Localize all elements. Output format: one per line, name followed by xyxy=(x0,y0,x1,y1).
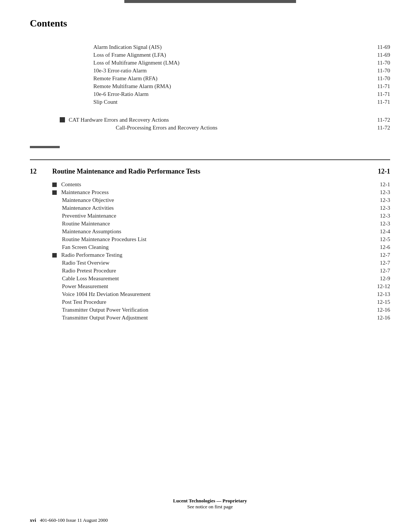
deep-page-voice-1004-deviation: 12-13 xyxy=(364,291,390,297)
deep-maintenance-assumptions: Maintenance Assumptions 12-4 xyxy=(62,228,390,235)
deep-label-routine-procedures-list: Routine Maintenance Procedures List xyxy=(62,236,364,243)
deep-label-radio-test-overview: Radio Test Overview xyxy=(62,260,364,266)
page-title: Contents xyxy=(30,18,390,29)
deep-maintenance-activities: Maintenance Activities 12-3 xyxy=(62,205,390,211)
deep-page-preventive-maintenance: 12-3 xyxy=(364,213,390,219)
deep-page-transmitter-output-verification: 12-16 xyxy=(364,307,390,313)
chapter12-page: 12-1 xyxy=(368,168,390,175)
deep-label-cable-loss-measurement: Cable Loss Measurement xyxy=(62,275,364,282)
chapter12-number: 12 xyxy=(30,168,52,175)
ch12-contents-label: Contents xyxy=(61,181,364,188)
page-footer: Lucent Technologies — Proprietary See no… xyxy=(0,490,420,514)
deep-transmitter-output-adjustment: Transmitter Output Power Adjustment 12-1… xyxy=(62,315,390,321)
ch12-radio-performance-entry: Radio Performance Testing 12-7 xyxy=(52,252,390,258)
toc-label-rfa: Remote Frame Alarm (RFA) xyxy=(93,75,158,82)
ch12-maintenance-process-label: Maintenance Process xyxy=(61,189,364,196)
ch12-maintenance-process-entry: Maintenance Process 12-3 xyxy=(52,189,390,196)
deep-label-post-test-procedure: Post Test Procedure xyxy=(62,299,364,305)
deep-radio-test-overview: Radio Test Overview 12-7 xyxy=(62,260,390,266)
deep-label-power-measurement: Power Measurement xyxy=(62,283,364,290)
toc-label-call-processing: Call-Processing Errors and Recovery Acti… xyxy=(116,125,217,131)
deep-routine-maintenance: Routine Maintenance 12-3 xyxy=(62,221,390,227)
toc-entry-lma: Loss of Multiframe Alignment (LMA) 11-70 xyxy=(93,60,390,66)
toc-entry-lfa: Loss of Frame Alignment (LFA) 11-69 xyxy=(93,52,390,58)
upper-section: Alarm Indication Signal (AIS) 11-69 Loss… xyxy=(60,44,390,131)
toc-label-slip: Slip Count xyxy=(93,99,118,105)
toc-entry-call-processing: Call-Processing Errors and Recovery Acti… xyxy=(116,125,390,131)
chapter12-title: Routine Maintenance and Radio Performanc… xyxy=(52,168,368,175)
bullet-icon-cat xyxy=(60,117,65,122)
toc-page-lma: 11-70 xyxy=(368,60,390,66)
toc-label-lma: Loss of Multiframe Alignment (LMA) xyxy=(93,60,180,66)
deep-fan-screen-cleaning: Fan Screen Cleaning 12-6 xyxy=(62,244,390,250)
footer-notice: See notice on first page xyxy=(0,504,420,510)
deep-label-preventive-maintenance: Preventive Maintenance xyxy=(62,213,364,219)
cat-sub-entries: Call-Processing Errors and Recovery Acti… xyxy=(116,125,390,131)
deep-page-cable-loss-measurement: 12-9 xyxy=(364,275,390,282)
content-wrapper: Contents Alarm Indication Signal (AIS) 1… xyxy=(0,3,420,490)
deep-voice-1004-deviation: Voice 1004 Hz Deviation Measurement 12-1… xyxy=(62,291,390,297)
deep-page-maintenance-activities: 12-3 xyxy=(364,205,390,211)
ch12-radio-performance-label: Radio Performance Testing xyxy=(61,252,364,258)
deep-maintenance-objective: Maintenance Objective 12-3 xyxy=(62,197,390,203)
footer-doc-info: 401-660-100 Issue 11 August 2000 xyxy=(40,517,108,523)
deep-label-maintenance-activities: Maintenance Activities xyxy=(62,205,364,211)
deep-page-radio-test-overview: 12-7 xyxy=(364,260,390,266)
toc-page-slip: 11-71 xyxy=(368,99,390,105)
deep-label-fan-screen-cleaning: Fan Screen Cleaning xyxy=(62,244,364,250)
toc-label-lfa: Loss of Frame Alignment (LFA) xyxy=(93,52,166,58)
chapter12-content: Contents 12-1 Maintenance Process 12-3 M… xyxy=(52,181,390,321)
deep-label-routine-maintenance: Routine Maintenance xyxy=(62,221,364,227)
toc-label-ais: Alarm Indication Signal (AIS) xyxy=(93,44,162,50)
deep-page-maintenance-objective: 12-3 xyxy=(364,197,390,203)
deep-label-transmitter-output-verification: Transmitter Output Power Verification xyxy=(62,307,364,313)
radio-performance-children: Radio Test Overview 12-7 Radio Pretest P… xyxy=(62,260,390,321)
toc-entry-rma: Remote Multiframe Alarm (RMA) 11-71 xyxy=(93,83,390,90)
deep-power-measurement: Power Measurement 12-12 xyxy=(62,283,390,290)
toc-page-rma: 11-71 xyxy=(368,83,390,90)
toc-page-call-processing: 11-72 xyxy=(368,125,390,131)
ch12-radio-performance-page: 12-7 xyxy=(364,252,390,258)
ch12-contents-entry: Contents 12-1 xyxy=(52,181,390,188)
toc-entry-slip: Slip Count 11-71 xyxy=(93,99,390,105)
deep-transmitter-output-verification: Transmitter Output Power Verification 12… xyxy=(62,307,390,313)
chapter12-header: 12 Routine Maintenance and Radio Perform… xyxy=(30,168,390,175)
deep-page-maintenance-assumptions: 12-4 xyxy=(364,228,390,235)
footer-brand: Lucent Technologies — Proprietary xyxy=(0,498,420,504)
deep-page-power-measurement: 12-12 xyxy=(364,283,390,290)
deep-page-radio-pretest-procedure: 12-7 xyxy=(364,268,390,274)
deep-label-maintenance-objective: Maintenance Objective xyxy=(62,197,364,203)
cat-hardware-page: 11-72 xyxy=(368,117,390,123)
cat-hardware-label: CAT Hardware Errors and Recovery Actions xyxy=(69,117,368,123)
deep-post-test-procedure: Post Test Procedure 12-15 xyxy=(62,299,390,305)
deep-cable-loss-measurement: Cable Loss Measurement 12-9 xyxy=(62,275,390,282)
deep-routine-procedures-list: Routine Maintenance Procedures List 12-5 xyxy=(62,236,390,243)
footer-bottom-bar: xvi 401-660-100 Issue 11 August 2000 xyxy=(0,514,420,527)
toc-label-10e6: 10e-6 Error-Ratio Alarm xyxy=(93,91,149,97)
page-container: Contents Alarm Indication Signal (AIS) 1… xyxy=(0,0,420,527)
deep-preventive-maintenance: Preventive Maintenance 12-3 xyxy=(62,213,390,219)
section-divider-line xyxy=(30,159,390,160)
toc-label-rma: Remote Multiframe Alarm (RMA) xyxy=(93,83,171,90)
bullet-cat-hardware: CAT Hardware Errors and Recovery Actions… xyxy=(60,116,390,123)
toc-page-10e3: 11-70 xyxy=(368,68,390,74)
toc-entry-10e3: 10e-3 Error-ratio Alarm 11-70 xyxy=(93,68,390,74)
ch12-contents-page: 12-1 xyxy=(364,181,390,188)
deep-label-radio-pretest-procedure: Radio Pretest Procedure xyxy=(62,268,364,274)
toc-page-10e6: 11-71 xyxy=(368,91,390,97)
maintenance-process-children: Maintenance Objective 12-3 Maintenance A… xyxy=(62,197,390,250)
bullet-icon-radio-performance xyxy=(52,253,57,258)
toc-page-rfa: 11-70 xyxy=(368,75,390,82)
deep-label-voice-1004-deviation: Voice 1004 Hz Deviation Measurement xyxy=(62,291,364,297)
divider-accent-bar xyxy=(30,146,60,148)
deep-page-routine-procedures-list: 12-5 xyxy=(364,236,390,243)
toc-page-ais: 11-69 xyxy=(368,44,390,50)
bullet-icon-contents xyxy=(52,183,57,187)
deep-label-maintenance-assumptions: Maintenance Assumptions xyxy=(62,228,364,235)
toc-entry-10e6: 10e-6 Error-Ratio Alarm 11-71 xyxy=(93,91,390,97)
ch12-maintenance-process-page: 12-3 xyxy=(364,189,390,196)
deep-label-transmitter-output-adjustment: Transmitter Output Power Adjustment xyxy=(62,315,364,321)
deep-page-transmitter-output-adjustment: 12-16 xyxy=(364,315,390,321)
top-decorative-bar xyxy=(124,0,296,3)
divider-container xyxy=(30,146,390,160)
